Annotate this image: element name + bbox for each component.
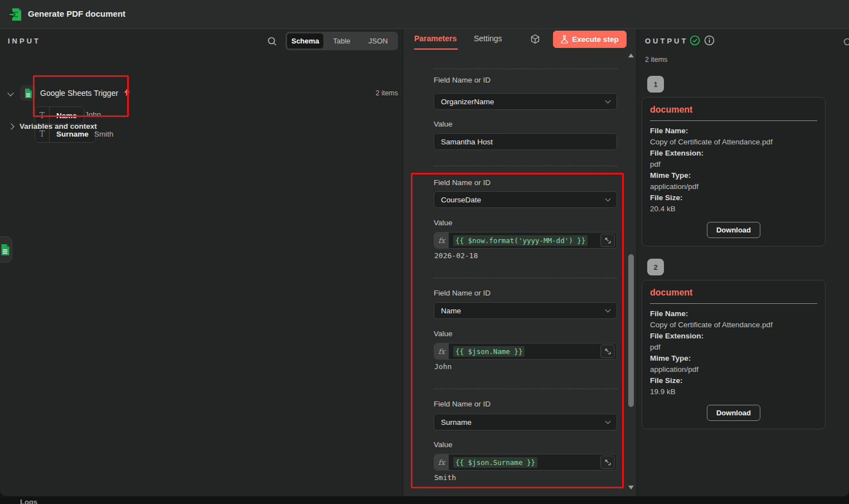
binary-key-title: document — [650, 288, 817, 298]
file-meta-label: File Name: — [650, 125, 817, 137]
divider — [434, 166, 617, 166]
value-label: Value — [434, 329, 453, 338]
chevron-down-icon — [605, 307, 611, 313]
field-name-select[interactable]: CourseDate — [434, 191, 617, 208]
file-meta-label: Mime Type: — [650, 353, 817, 364]
value-input[interactable] — [434, 133, 617, 150]
output-item-badge: 1 — [647, 76, 664, 93]
scrollbar-thumb[interactable] — [628, 254, 634, 407]
file-meta-label: File Extension: — [650, 148, 817, 159]
generate-pdf-icon — [8, 7, 22, 22]
file-meta-label: File Name: — [650, 308, 817, 319]
input-node-row[interactable]: Google Sheets Trigger 2 items — [0, 85, 403, 102]
value-label: Value — [434, 120, 453, 128]
file-meta-value: application/pdf — [650, 181, 817, 192]
input-search-icon[interactable] — [266, 35, 280, 48]
input-view-tabs: Schema Table JSON — [285, 32, 398, 50]
expression-code[interactable]: {{ $json.Name }} — [453, 346, 525, 357]
node-docs-cube-icon[interactable] — [530, 33, 542, 45]
tab-settings[interactable]: Settings — [474, 34, 502, 43]
success-check-icon — [690, 35, 700, 46]
file-meta-value: Copy of Certificate of Attendance.pdf — [650, 319, 817, 331]
variables-and-context-row[interactable]: Variables and context — [0, 121, 403, 134]
output-search-icon[interactable] — [842, 36, 849, 49]
divider — [650, 120, 817, 121]
expand-expression-icon[interactable] — [600, 455, 615, 469]
google-sheets-icon — [1, 244, 9, 255]
download-button[interactable]: Download — [707, 222, 760, 238]
field-name-select[interactable]: Surname — [434, 414, 617, 430]
divider — [434, 69, 617, 69]
schema-field-name: Name — [50, 112, 84, 120]
download-button[interactable]: Download — [707, 405, 760, 421]
expand-expression-icon[interactable] — [600, 234, 615, 247]
tab-schema[interactable]: Schema — [287, 33, 323, 49]
scroll-up-icon[interactable] — [628, 54, 634, 57]
tab-table[interactable]: Table — [323, 33, 360, 49]
logs-panel-header[interactable]: Logs — [0, 497, 849, 504]
file-meta-label: File Size: — [650, 192, 817, 203]
params-scrollbar[interactable] — [627, 51, 635, 492]
divider — [434, 278, 617, 278]
file-meta-value: application/pdf — [650, 364, 817, 375]
parameters-panel: Parameters Settings Execute step Field N… — [404, 29, 636, 496]
file-meta-value: 19.9 kB — [650, 386, 817, 398]
file-meta-label: Mime Type: — [650, 170, 817, 181]
expression-code[interactable]: {{ $now.format('yyyy-MM-dd') }} — [453, 235, 588, 246]
file-meta-value: Copy of Certificate of Attendance.pdf — [650, 137, 817, 148]
trigger-lightning-icon — [124, 88, 130, 96]
chevron-right-icon — [8, 123, 14, 129]
input-panel-title: INPUT — [8, 37, 41, 45]
google-sheets-icon — [20, 85, 36, 101]
divider — [650, 303, 817, 304]
field-name-label: Field Name or ID — [434, 178, 491, 187]
logs-label: Logs — [20, 498, 37, 504]
schema-field-value: John — [85, 110, 101, 119]
flask-icon — [561, 35, 568, 43]
chevron-down-icon — [605, 419, 611, 424]
output-panel-title: OUTPUT — [645, 37, 688, 45]
chevron-down-icon[interactable] — [7, 90, 13, 96]
field-name-select[interactable]: OrganizerName — [434, 93, 617, 110]
file-meta-label: File Size: — [650, 375, 817, 386]
fx-icon: fx — [434, 232, 449, 248]
input-node-label: Google Sheets Trigger — [40, 89, 118, 98]
info-icon[interactable] — [704, 35, 715, 46]
input-panel: INPUT Schema Table JSON Go — [0, 29, 403, 496]
input-items-count: 2 items — [376, 89, 398, 97]
tab-json[interactable]: JSON — [360, 33, 396, 49]
chevron-down-icon — [605, 196, 611, 202]
value-label: Value — [434, 440, 453, 449]
expression-result: John — [434, 362, 452, 371]
output-document-card: document File Name: Copy of Certificate … — [642, 280, 826, 429]
field-name-label: Field Name or ID — [434, 76, 491, 84]
expression-input[interactable]: fx {{ $now.format('yyyy-MM-dd') }} — [434, 232, 617, 249]
tab-parameters[interactable]: Parameters — [414, 34, 457, 43]
scroll-down-icon[interactable] — [628, 486, 634, 490]
fx-icon: fx — [434, 343, 449, 359]
file-meta-label: File Extension: — [650, 331, 817, 342]
output-items-count: 2 items — [645, 56, 667, 64]
file-meta-value: pdf — [650, 159, 817, 170]
field-name-select[interactable]: Name — [434, 302, 617, 319]
execute-step-button[interactable]: Execute step — [553, 31, 627, 48]
output-item-badge: 2 — [647, 259, 664, 275]
field-name-label: Field Name or ID — [434, 400, 491, 408]
chevron-down-icon — [605, 98, 611, 104]
value-label: Value — [434, 219, 453, 227]
expression-code[interactable]: {{ $json.Surname }} — [453, 457, 537, 468]
canvas-node-google-sheets[interactable] — [0, 236, 12, 263]
output-document-card: document File Name: Copy of Certificate … — [642, 97, 826, 246]
expression-input[interactable]: fx {{ $json.Surname }} — [434, 454, 617, 471]
divider — [434, 389, 617, 389]
expand-expression-icon[interactable] — [600, 345, 615, 358]
expression-input[interactable]: fx {{ $json.Name }} — [434, 343, 617, 360]
node-title: Generate PDF document — [28, 9, 125, 18]
binary-key-title: document — [650, 105, 817, 115]
node-detail-view: INPUT Schema Table JSON Go — [0, 29, 849, 496]
expression-result: 2026-02-18 — [434, 251, 478, 260]
expression-result: Smith — [434, 473, 456, 482]
window-titlebar: Generate PDF document — [0, 0, 849, 29]
fx-icon: fx — [434, 454, 449, 470]
file-meta-value: 20.4 kB — [650, 203, 817, 215]
